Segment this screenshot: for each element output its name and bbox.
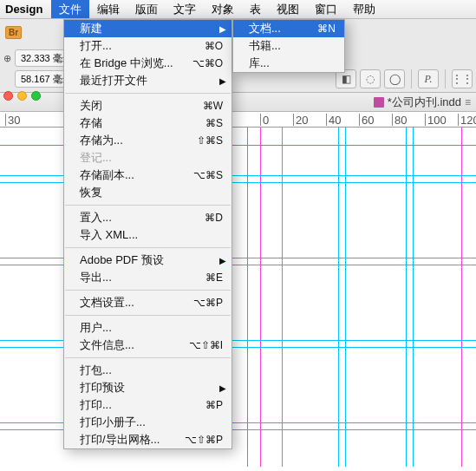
file-menu-item[interactable]: 置入...⌘D (64, 209, 231, 226)
menu-shortcut: ⇧⌘S (197, 134, 223, 147)
file-menu-item[interactable]: 用户... (64, 319, 231, 337)
file-menu-item[interactable]: 存储副本...⌥⌘S (64, 167, 231, 184)
menu-shortcut: ⌘S (205, 117, 223, 129)
menu-shortcut: ⌥⇧⌘P (185, 434, 223, 446)
menu-item-label: 库... (249, 56, 336, 71)
margin-guide (260, 128, 261, 467)
submenu-arrow-icon: ▶ (219, 256, 226, 265)
column-guide (406, 128, 407, 467)
menu-table[interactable]: 表 (242, 0, 269, 18)
grip-icon[interactable]: ⋮⋮ (452, 69, 473, 88)
menu-item-label: 新建 (80, 21, 223, 36)
menu-item-label: 文件信息... (80, 337, 189, 353)
document-tab-title: *公司内刊.indd (388, 95, 461, 110)
file-menu: 新建▶打开...⌘O在 Bridge 中浏览...⌥⌘O最近打开文件▶关闭⌘W存… (63, 19, 232, 449)
menu-separator (65, 315, 231, 316)
menu-shortcut: ⌥⇧⌘I (189, 339, 223, 351)
separator (411, 69, 412, 88)
menu-item-label: 存储 (80, 115, 205, 131)
file-menu-item[interactable]: 新建▶ (64, 20, 231, 37)
zoom-window-icon[interactable] (31, 91, 41, 101)
menu-shortcut: ⌥⌘P (193, 297, 223, 309)
menu-shortcut: ⌥⌘S (193, 169, 223, 181)
page-p-icon[interactable]: P. (418, 69, 439, 88)
minimize-window-icon[interactable] (17, 91, 27, 101)
menu-layout[interactable]: 版面 (127, 0, 166, 18)
menu-shortcut: ⌘D (205, 212, 223, 224)
file-menu-item: 登记... (64, 149, 231, 167)
file-menu-item[interactable]: 存储⌘S (64, 114, 231, 132)
menu-shortcut: ⌘E (205, 271, 223, 284)
submenu-arrow-icon: ▶ (219, 383, 226, 393)
menu-help[interactable]: 帮助 (345, 0, 383, 18)
page-edge (247, 128, 248, 467)
column-guide (282, 128, 283, 467)
file-menu-item[interactable]: 文档设置...⌥⌘P (64, 294, 231, 311)
menu-window[interactable]: 窗口 (307, 0, 345, 18)
new-submenu: 文档...⌘N书籍...库... (232, 19, 345, 73)
menu-item-label: 打开... (80, 38, 205, 54)
menu-file[interactable]: 文件 (51, 0, 89, 18)
window-controls (3, 91, 41, 101)
submenu-arrow-icon: ▶ (219, 24, 226, 34)
file-menu-item[interactable]: 导入 XML... (64, 226, 231, 244)
ruler-tick: 30 (5, 114, 20, 126)
bridge-badge[interactable]: Br (5, 26, 22, 39)
file-menu-item[interactable]: 文件信息...⌥⇧⌘I (64, 337, 231, 354)
file-menu-item[interactable]: 最近打开文件▶ (64, 72, 231, 89)
menu-shortcut: ⌘W (203, 100, 223, 112)
file-menu-item[interactable]: Adobe PDF 预设▶ (64, 252, 231, 269)
file-menu-item[interactable]: 打印小册子... (64, 414, 231, 431)
file-menu-item[interactable]: 在 Bridge 中浏览...⌥⌘O (64, 55, 231, 72)
menu-edit[interactable]: 编辑 (89, 0, 127, 18)
file-menu-item[interactable]: 打印预设▶ (64, 379, 231, 396)
menu-item-label: 用户... (80, 320, 223, 336)
menu-item-label: 最近打开文件 (80, 73, 223, 88)
file-menu-item[interactable]: 存储为...⇧⌘S (64, 132, 231, 149)
new-submenu-item[interactable]: 库... (233, 55, 344, 72)
file-menu-item[interactable]: 导出...⌘E (64, 269, 231, 286)
menu-item-label: 登记... (80, 150, 223, 166)
menu-item-label: Adobe PDF 预设 (80, 252, 223, 268)
margin-guide (461, 128, 462, 467)
separator (445, 69, 446, 88)
ruler-tick: 100 (425, 114, 447, 126)
menu-view[interactable]: 视图 (269, 0, 307, 18)
menu-shortcut: ⌘N (317, 23, 336, 35)
menu-shortcut: ⌘P (205, 399, 223, 411)
menu-shortcut: ⌘O (205, 40, 223, 52)
menu-item-label: 置入... (80, 210, 205, 226)
close-window-icon[interactable] (3, 91, 13, 101)
column-guide (345, 128, 346, 467)
menu-item-label: 打印小册子... (80, 415, 223, 430)
menu-item-label: 存储为... (80, 133, 197, 148)
flyout-icon[interactable]: ≡ (465, 96, 471, 108)
circle-dots-icon[interactable]: ◌ (360, 69, 381, 88)
menu-object[interactable]: 对象 (204, 0, 242, 18)
file-menu-item[interactable]: 恢复 (64, 184, 231, 201)
new-submenu-item[interactable]: 文档...⌘N (233, 20, 344, 37)
menu-item-label: 导出... (80, 270, 205, 285)
file-menu-item[interactable]: 关闭⌘W (64, 97, 231, 114)
file-menu-item[interactable]: 打印...⌘P (64, 396, 231, 414)
file-menu-item[interactable]: 打包... (64, 362, 231, 379)
file-menu-item[interactable]: 打开...⌘O (64, 37, 231, 55)
new-submenu-item[interactable]: 书籍... (233, 37, 344, 55)
menu-item-label: 书籍... (249, 38, 336, 54)
app-name: Design (0, 3, 51, 16)
ring-icon[interactable]: ◯ (384, 69, 405, 88)
document-tab[interactable]: *公司内刊.indd (374, 95, 461, 110)
ruler-tick: 20 (293, 114, 308, 126)
menu-item-label: 打包... (80, 363, 223, 378)
menu-item-label: 在 Bridge 中浏览... (80, 56, 192, 71)
menu-item-label: 打印/导出网格... (80, 432, 185, 448)
menu-item-label: 关闭 (80, 98, 203, 114)
menu-type[interactable]: 文字 (166, 0, 204, 18)
menu-item-label: 打印预设 (80, 380, 223, 396)
x-icon: ⊕ (3, 53, 11, 64)
menu-item-label: 文档... (249, 21, 317, 36)
menubar: Design 文件 编辑 版面 文字 对象 表 视图 窗口 帮助 (0, 0, 476, 19)
ruler-tick: 40 (326, 114, 341, 126)
ruler-tick: 80 (392, 114, 407, 126)
file-menu-item[interactable]: 打印/导出网格...⌥⇧⌘P (64, 431, 231, 448)
